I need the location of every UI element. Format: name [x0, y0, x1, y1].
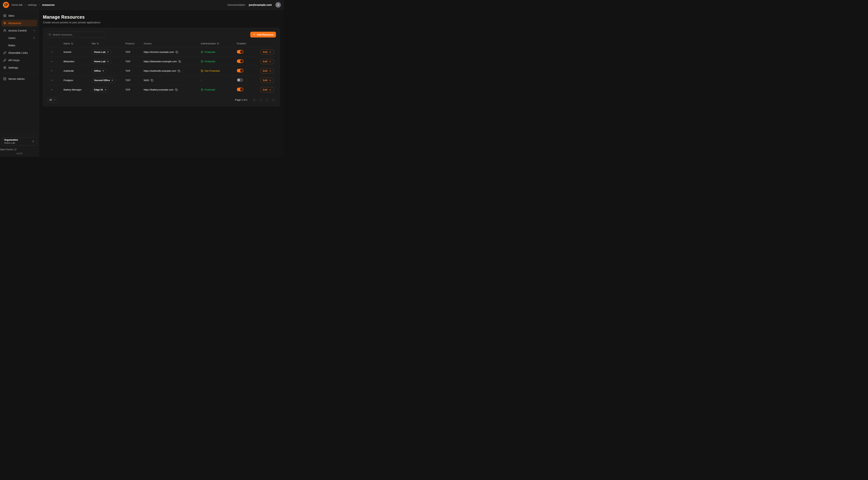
sidebar-item-label: Resources — [8, 22, 21, 25]
resource-name: Authentik — [63, 69, 92, 72]
access-value: https://authentik.example.com — [144, 69, 176, 72]
first-page-button[interactable] — [252, 97, 257, 102]
enabled-toggle[interactable] — [237, 59, 243, 63]
key-icon — [3, 59, 6, 62]
page-title: Manage Resources — [43, 14, 280, 20]
column-name[interactable]: Name — [63, 42, 92, 45]
edit-button[interactable]: Edit — [260, 50, 274, 55]
edit-button[interactable]: Edit — [260, 68, 274, 73]
site-link[interactable]: Home Lab — [92, 50, 112, 55]
auth-cell: Protected — [201, 88, 237, 91]
enabled-toggle[interactable] — [237, 88, 243, 91]
avatar[interactable]: J — [275, 2, 281, 8]
sidebar-item-users[interactable]: Users — [1, 35, 37, 41]
open-source-label: Open Source — [0, 148, 13, 151]
table-body: Immich Home Lab TCP https://immich.examp… — [47, 47, 276, 94]
sidebar-item-sites[interactable]: Sites — [1, 12, 37, 19]
auth-status: Protected — [205, 60, 215, 63]
sidebar-item-server-admin[interactable]: Server Admin — [1, 76, 37, 82]
sidebar: Sites Resources Access Control Users Rol… — [0, 10, 39, 157]
table-row: Bitwarden Home Lab TCP https://bitwarden… — [47, 57, 276, 66]
search-input[interactable] — [47, 32, 106, 37]
app-logo-icon — [3, 2, 9, 8]
sidebar-item-label: API Keys — [8, 59, 20, 62]
column-label: Protocol — [125, 42, 134, 45]
site-name: Second Office — [94, 79, 110, 82]
copy-button[interactable] — [178, 60, 181, 63]
row-menu-button[interactable] — [49, 87, 54, 92]
next-page-button[interactable] — [265, 97, 270, 102]
breadcrumb-org[interactable]: home-lab — [11, 3, 23, 6]
column-protocol: Protocol — [125, 42, 144, 45]
sidebar-item-roles[interactable]: Roles — [1, 42, 37, 49]
arrow-right-icon — [269, 51, 271, 53]
breadcrumb-settings[interactable]: settings — [28, 3, 37, 6]
copy-button[interactable] — [175, 89, 178, 91]
column-site[interactable]: Site — [92, 42, 125, 45]
copy-button[interactable] — [151, 79, 153, 82]
page-info: Page 1 of 1 — [235, 98, 248, 101]
column-label: Name — [63, 42, 70, 45]
chevrons-left-icon — [253, 99, 256, 101]
row-menu-button[interactable] — [49, 69, 54, 73]
sort-icon — [217, 42, 219, 45]
column-authentication[interactable]: Authentication — [201, 42, 237, 45]
previous-page-button[interactable] — [258, 97, 263, 102]
enabled-toggle[interactable] — [237, 69, 243, 72]
chevron-left-icon — [259, 99, 262, 101]
user-email[interactable]: joe@example.com — [249, 3, 272, 6]
add-resource-label: Add Resource — [257, 33, 273, 36]
site-link[interactable]: Home Lab — [92, 59, 112, 64]
table-row: Immich Home Lab TCP https://immich.examp… — [47, 47, 276, 57]
toggle-knob — [237, 79, 240, 82]
sidebar-item-settings[interactable]: Settings — [1, 64, 37, 71]
sidebar-item-resources[interactable]: Resources — [1, 20, 37, 26]
sidebar-item-label: Access Control — [8, 29, 27, 32]
row-menu-button[interactable] — [49, 59, 54, 64]
enabled-toggle[interactable] — [237, 50, 243, 54]
site-link[interactable]: Edge 01 — [92, 87, 109, 92]
organization-label: Organization — [4, 139, 32, 141]
site-link[interactable]: Second Office — [92, 78, 116, 83]
row-menu-button[interactable] — [49, 78, 54, 83]
organization-selector[interactable]: Organization Home Lab — [2, 137, 37, 146]
waypoints-icon — [3, 22, 6, 25]
add-resource-button[interactable]: Add Resource — [250, 32, 276, 37]
auth-status: - — [201, 79, 202, 82]
sidebar-item-api-keys[interactable]: API Keys — [1, 57, 37, 63]
sidebar-item-shareable-links[interactable]: Shareable Links — [1, 50, 37, 56]
protocol-value: TCP — [125, 79, 144, 82]
copy-icon — [178, 70, 180, 72]
auth-cell: Protected — [201, 51, 237, 53]
page-subtitle: Create secure proxies to your private ap… — [43, 21, 280, 24]
open-source-link[interactable]: Open Source — [0, 148, 39, 151]
shield-check-icon — [201, 60, 204, 63]
server-icon — [3, 77, 6, 80]
copy-button[interactable] — [178, 70, 180, 72]
documentation-link[interactable]: Documentation — [228, 3, 245, 6]
auth-cell: - — [201, 79, 237, 82]
chevrons-up-down-icon — [32, 140, 35, 143]
edit-button[interactable]: Edit — [260, 87, 274, 92]
auth-cell: Protected — [201, 60, 237, 63]
search-icon — [49, 33, 51, 36]
column-label: Access — [144, 42, 152, 45]
page-size-select[interactable]: 20 — [47, 97, 58, 102]
column-label: Site — [92, 42, 96, 45]
edit-button[interactable]: Edit — [260, 59, 274, 64]
ellipsis-icon — [50, 60, 53, 63]
plus-icon — [253, 33, 255, 36]
sidebar-item-access-control[interactable]: Access Control — [1, 27, 37, 34]
edit-label: Edit — [263, 51, 268, 53]
gear-icon — [3, 66, 6, 69]
site-name: Office — [94, 69, 101, 72]
last-page-button[interactable] — [271, 97, 276, 102]
site-link[interactable]: Office — [92, 68, 107, 73]
protocol-value: TCP — [125, 69, 144, 72]
row-menu-button[interactable] — [49, 50, 54, 55]
sidebar-item-label: Shareable Links — [8, 51, 28, 54]
page-size-value: 20 — [49, 98, 52, 101]
enabled-toggle[interactable] — [237, 78, 243, 82]
edit-button[interactable]: Edit — [260, 78, 274, 83]
copy-button[interactable] — [176, 51, 178, 53]
